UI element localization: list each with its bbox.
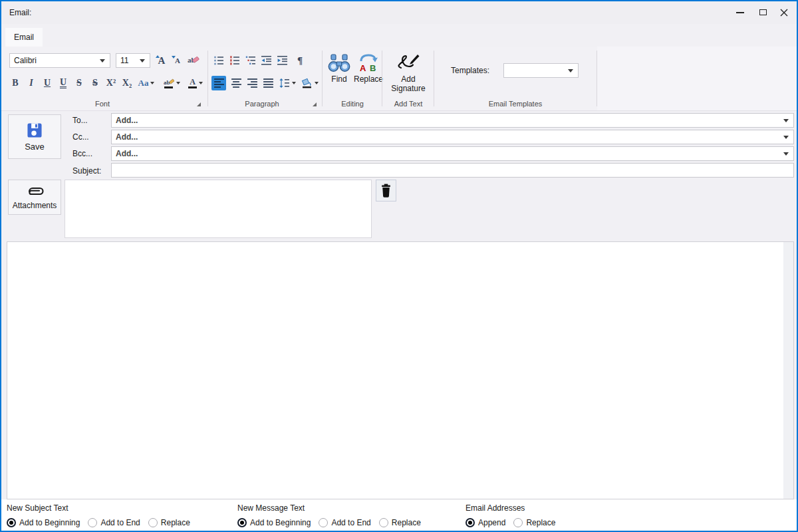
font-size-combobox[interactable]: 11 — [116, 53, 150, 68]
font-group-label: Font — [4, 100, 201, 108]
chevron-down-icon — [100, 59, 105, 63]
chevron-down-icon — [568, 69, 573, 72]
templates-combobox[interactable] — [503, 63, 579, 78]
trash-icon — [380, 184, 392, 198]
bold-button[interactable]: B — [8, 76, 23, 90]
chevron-down-icon — [783, 119, 789, 122]
change-case-button[interactable]: Aa — [136, 76, 157, 90]
replace-button[interactable]: A B Replace — [352, 52, 384, 84]
paperclip-icon — [23, 185, 47, 198]
strikethrough-button[interactable]: S — [72, 76, 86, 90]
ribbon: Calibri 11 A A ab B I U — [1, 47, 797, 111]
cc-label: Cc... — [72, 132, 89, 142]
new-message-text-group: New Message Text Add to Beginning Add to… — [237, 503, 429, 527]
radio-addresses-replace[interactable]: Replace — [513, 518, 555, 527]
paragraph-dialog-launcher[interactable] — [313, 102, 317, 106]
font-name-value: Calibri — [10, 54, 110, 67]
superscript-button[interactable]: X² — [104, 76, 118, 90]
shading-button[interactable] — [299, 76, 321, 90]
attachments-button[interactable]: Attachments — [8, 180, 61, 215]
message-body-editor[interactable] — [7, 241, 794, 499]
group-title: New Message Text — [237, 503, 429, 513]
new-subject-text-group: New Subject Text Add to Beginning Add to… — [7, 503, 198, 527]
justify-icon — [263, 78, 273, 88]
svg-text:A: A — [360, 63, 366, 73]
grow-font-button[interactable]: A — [154, 53, 169, 68]
radio-message-replace[interactable]: Replace — [379, 518, 421, 527]
clear-formatting-button[interactable]: ab — [186, 53, 201, 68]
add-text-group-label: Add Text — [383, 100, 434, 108]
email-window: Email: Email Calibri 11 A — [0, 0, 798, 532]
multilevel-list-button[interactable] — [243, 53, 258, 68]
shrink-font-button[interactable]: A — [170, 53, 185, 68]
close-button[interactable] — [773, 3, 795, 21]
text-highlight-button[interactable]: ab — [161, 76, 182, 90]
chevron-down-icon — [140, 59, 145, 63]
align-center-button[interactable] — [229, 76, 243, 90]
title-bar: Email: — [1, 1, 797, 24]
bullets-icon — [213, 55, 224, 66]
radio-message-add-to-beginning[interactable]: Add to Beginning — [237, 518, 311, 527]
scrollbar-track[interactable] — [783, 242, 793, 499]
minimize-icon — [736, 12, 744, 13]
minimize-button[interactable] — [730, 3, 751, 21]
subject-input[interactable] — [111, 163, 794, 178]
save-button[interactable]: Save — [8, 114, 61, 159]
group-title: Email Addresses — [466, 503, 563, 513]
numbering-icon — [229, 55, 240, 66]
font-color-button[interactable]: A — [185, 76, 206, 90]
bullets-button[interactable] — [211, 53, 226, 68]
increase-indent-button[interactable] — [275, 53, 290, 68]
chevron-down-icon — [292, 82, 296, 84]
radio-subject-add-to-beginning[interactable]: Add to Beginning — [7, 518, 80, 527]
radio-selected-icon — [466, 518, 475, 527]
paragraph-group-label: Paragraph — [209, 100, 315, 108]
cc-combobox[interactable]: Add... — [111, 130, 794, 144]
decrease-indent-button[interactable] — [259, 53, 274, 68]
font-dialog-launcher[interactable] — [197, 102, 201, 106]
grow-font-icon — [156, 55, 160, 58]
text-highlight-icon: ab — [164, 78, 174, 88]
radio-message-add-to-end[interactable]: Add to End — [319, 518, 370, 527]
multilevel-list-icon — [245, 55, 256, 66]
double-underline-button[interactable]: U — [56, 76, 70, 90]
subscript-button[interactable]: X₂ — [120, 76, 134, 90]
bcc-label: Bcc... — [72, 149, 92, 158]
options-bar: New Subject Text Add to Beginning Add to… — [1, 499, 797, 531]
find-button[interactable]: Find — [325, 52, 354, 84]
chevron-down-icon — [199, 82, 203, 84]
radio-icon — [148, 518, 158, 527]
justify-button[interactable] — [261, 76, 275, 90]
radio-subject-replace[interactable]: Replace — [148, 518, 190, 527]
radio-subject-add-to-end[interactable]: Add to End — [88, 518, 140, 527]
italic-button[interactable]: I — [24, 76, 39, 90]
clear-formatting-icon: ab — [187, 55, 200, 66]
maximize-button[interactable] — [752, 3, 773, 21]
underline-button[interactable]: U — [40, 76, 55, 90]
group-title: New Subject Text — [7, 503, 198, 513]
subject-label: Subject: — [72, 166, 101, 176]
align-left-icon — [214, 78, 224, 88]
show-paragraph-marks-button[interactable]: ¶ — [293, 53, 307, 68]
numbering-button[interactable] — [227, 53, 242, 68]
decrease-indent-icon — [261, 55, 272, 66]
align-left-button[interactable] — [211, 76, 226, 90]
chevron-down-icon — [315, 82, 319, 84]
line-spacing-button[interactable] — [277, 76, 298, 90]
editing-group-label: Editing — [323, 100, 382, 108]
bcc-combobox[interactable]: Add... — [111, 146, 794, 161]
to-label: To... — [72, 116, 88, 125]
to-combobox[interactable]: Add... — [111, 113, 794, 128]
attachments-list[interactable] — [65, 180, 372, 238]
double-strikethrough-button[interactable]: S — [88, 76, 102, 90]
font-name-combobox[interactable]: Calibri — [9, 53, 110, 68]
tab-email[interactable]: Email — [5, 28, 43, 47]
align-right-button[interactable] — [245, 76, 259, 90]
delete-attachment-button[interactable] — [376, 180, 396, 201]
add-signature-button[interactable]: Add Signature — [386, 52, 431, 93]
shrink-font-icon — [172, 56, 176, 59]
signature-pen-icon — [396, 53, 420, 73]
chevron-down-icon — [783, 152, 789, 156]
radio-addresses-append[interactable]: Append — [466, 518, 505, 527]
align-right-icon — [247, 78, 257, 88]
